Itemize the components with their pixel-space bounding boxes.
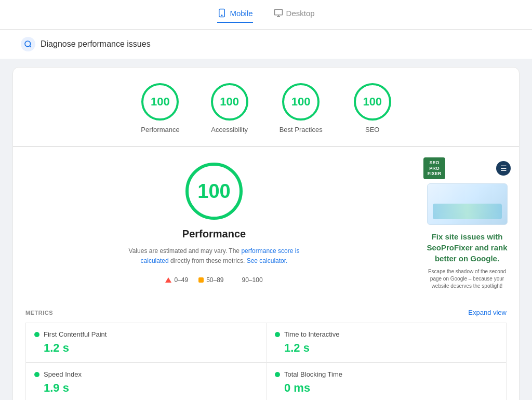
diagnose-title: Diagnose performance issues — [41, 39, 151, 49]
detail-area: 100 Performance Values are estimated and… — [13, 147, 519, 300]
score-circle-best-practices: 100 — [282, 83, 320, 121]
score-circle-accessibility: 100 — [211, 83, 248, 121]
diagnose-icon — [21, 37, 35, 51]
legend-0-49: 0–49 — [165, 276, 188, 284]
metric-tbt-header: Total Blocking Time — [275, 370, 498, 378]
score-performance: 100 Performance — [141, 83, 179, 134]
svg-point-1 — [222, 15, 223, 16]
score-best-practices: 100 Best Practices — [280, 83, 323, 134]
tab-bar: Mobile Desktop — [0, 0, 532, 30]
diagnose-bar: Diagnose performance issues — [0, 30, 532, 59]
big-score-circle: 100 — [185, 163, 243, 220]
metric-tbt: Total Blocking Time 0 ms — [266, 363, 507, 400]
svg-point-5 — [25, 41, 31, 47]
legend-90-100: 90–100 — [234, 276, 263, 284]
ad-logo: SEO PRO FIXER — [423, 157, 445, 179]
legend-row: 0–49 50–89 90–100 — [165, 276, 262, 284]
ad-image — [427, 183, 508, 225]
perf-title: Performance — [182, 228, 246, 240]
legend-50-89: 50–89 — [198, 276, 223, 284]
scores-row: 100 Performance 100 Accessibility 100 Be… — [13, 68, 519, 146]
tab-mobile[interactable]: Mobile — [217, 8, 252, 23]
metric-dot-tti — [275, 332, 280, 337]
svg-rect-2 — [274, 9, 282, 15]
expand-view-button[interactable]: Expand view — [468, 309, 507, 316]
metric-si-header: Speed Index — [34, 370, 258, 378]
metric-si: Speed Index 1.9 s — [25, 363, 266, 400]
metrics-section: METRICS Expand view First Contentful Pai… — [13, 300, 519, 400]
mobile-icon — [217, 8, 227, 18]
metric-fcp-header: First Contentful Paint — [34, 330, 258, 338]
ad-sub: Escape the shadow of the second page on … — [423, 268, 511, 290]
metrics-header: METRICS Expand view — [25, 309, 507, 316]
ad-section: SEO PRO FIXER ☰ Fix site issues with Seo… — [415, 147, 519, 300]
perf-description: Values are estimated and may vary. The p… — [126, 246, 302, 266]
desktop-icon — [274, 8, 283, 18]
metric-dot-tbt — [275, 372, 280, 377]
metrics-title: METRICS — [25, 310, 53, 316]
score-circle-performance: 100 — [141, 83, 179, 121]
metrics-grid: First Contentful Paint 1.2 s Time to Int… — [25, 323, 507, 400]
tab-desktop[interactable]: Desktop — [274, 8, 315, 23]
metric-tti-header: Time to Interactive — [275, 330, 498, 338]
page-wrapper: Mobile Desktop Diagnose performance issu… — [0, 0, 532, 400]
main-card: 100 Performance 100 Accessibility 100 Be… — [12, 67, 520, 400]
score-seo: 100 SEO — [354, 83, 391, 134]
calculator-link[interactable]: See calculator. — [247, 257, 288, 264]
legend-triangle-icon — [165, 277, 171, 283]
metric-dot-si — [34, 372, 39, 377]
metric-tti: Time to Interactive 1.2 s — [266, 323, 507, 363]
legend-dot-icon — [234, 277, 240, 283]
ad-menu-icon[interactable]: ☰ — [496, 161, 511, 176]
score-circle-seo: 100 — [354, 83, 391, 121]
ad-headline: Fix site issues with SeoProFixer and ran… — [423, 231, 511, 264]
legend-square-icon — [198, 277, 204, 283]
metric-fcp: First Contentful Paint 1.2 s — [25, 323, 266, 363]
ad-header: SEO PRO FIXER ☰ — [423, 157, 511, 179]
metric-dot-fcp — [34, 332, 39, 337]
score-accessibility: 100 Accessibility — [211, 83, 248, 134]
performance-section: 100 Performance Values are estimated and… — [13, 147, 415, 300]
